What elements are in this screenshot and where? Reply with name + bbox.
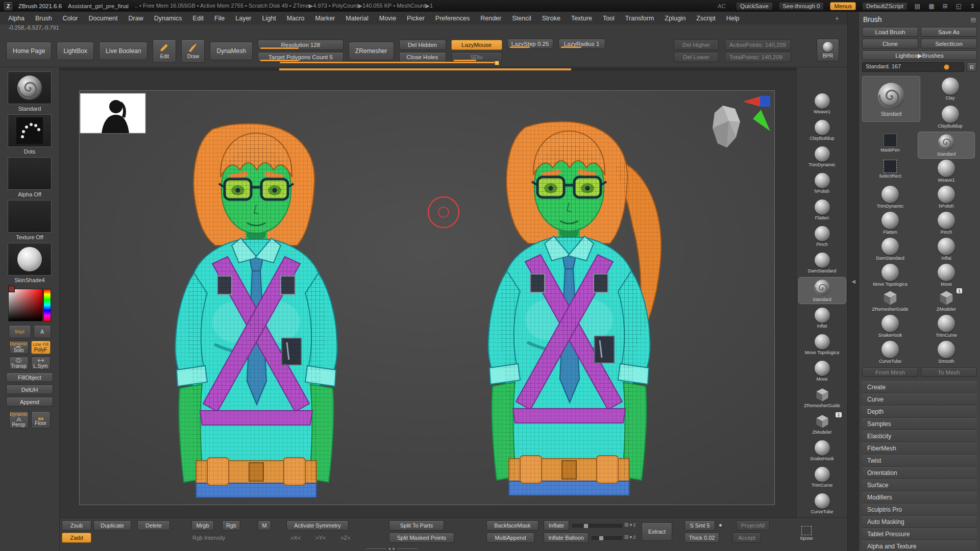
grid-brush-claybuildup[interactable]: ClayBuildup	[924, 104, 977, 130]
grid-brush-standard-selected[interactable]: Standard	[918, 132, 974, 158]
sdiv-track-bar[interactable]	[280, 62, 496, 63]
grid-brush-curvetube[interactable]: CurveTube	[862, 339, 918, 365]
to-mesh-button[interactable]: To Mesh	[921, 367, 977, 377]
floor-grid-button[interactable]: Floor	[31, 411, 51, 429]
split-to-parts-button[interactable]: Split To Parts	[389, 520, 444, 531]
strip-brush-curvetube[interactable]: CurveTube	[799, 492, 846, 516]
document-viewport[interactable]	[79, 90, 775, 505]
model-three-quarter-view[interactable]	[488, 121, 661, 495]
section-elasticity[interactable]: Elasticity	[862, 430, 977, 442]
target-polygons-slider[interactable]: Target Polygons Count 5	[258, 52, 344, 62]
perspective-button[interactable]: Dynamic Persp	[9, 411, 29, 429]
menu-brush[interactable]: Brush	[35, 15, 52, 22]
menu-material[interactable]: Material	[346, 15, 368, 22]
color-picker[interactable]	[8, 286, 51, 322]
menu-marker[interactable]: Marker	[315, 15, 335, 22]
grid-brush-damstandard[interactable]: DamStandard	[862, 236, 918, 262]
menu-zplugin[interactable]: Zplugin	[665, 15, 685, 22]
grid-brush-weave1[interactable]: Weave1	[918, 158, 974, 184]
grid-brush-selectrect[interactable]: SelectRect	[862, 158, 918, 184]
del-higher-button[interactable]: Del Higher	[674, 40, 719, 50]
section-auto-masking[interactable]: Auto Masking	[862, 516, 977, 528]
grid-brush-flatten[interactable]: Flatten	[862, 210, 918, 236]
menu-render[interactable]: Render	[480, 15, 501, 22]
grid-brush-move[interactable]: Move	[918, 262, 974, 288]
zremesher-button[interactable]: ZRemesher	[349, 42, 394, 60]
current-stroke-thumbnail[interactable]	[8, 114, 52, 147]
grid-brush-smooth[interactable]: Smooth	[918, 339, 974, 365]
slider-handle[interactable]	[944, 64, 949, 70]
grid-brush-move-topological[interactable]: Move Topologica	[862, 262, 918, 288]
menu-macro[interactable]: Macro	[287, 15, 305, 22]
alpha-a-button[interactable]: A	[34, 325, 51, 338]
accept-button[interactable]: Accept	[732, 533, 761, 543]
grid-brush-snakehook[interactable]: SnakeHook	[862, 313, 918, 339]
inflate-balloon-slider-track[interactable]	[592, 536, 622, 540]
panel-menu-icon[interactable]: ▤	[971, 16, 976, 23]
from-mesh-button[interactable]: From Mesh	[862, 367, 918, 377]
smooth-subdivision-slider[interactable]: S Smt 5	[684, 520, 715, 531]
select-icon-button[interactable]: SelectIcon	[921, 39, 977, 48]
menu-file[interactable]: File	[214, 15, 225, 22]
strip-brush-zremesherguide[interactable]: ZRemesherGuide	[799, 386, 846, 410]
inflate-axis-icons[interactable]: ⊞▾z	[624, 522, 636, 528]
strip-brush-damstandard[interactable]: DamStandard	[799, 251, 846, 275]
menu-dynamics[interactable]: Dynamics	[154, 15, 182, 22]
draw-mode-button[interactable]: Draw	[181, 39, 205, 63]
strip-brush-flatten[interactable]: Flatten	[799, 198, 846, 222]
undo-history-bar[interactable]	[279, 68, 571, 70]
activate-symmetry-button[interactable]: Activate Symmetry	[286, 520, 349, 531]
symmetry-y-button[interactable]: >Y<	[315, 535, 326, 541]
del-hidden-button[interactable]: Del Hidden	[399, 40, 446, 50]
strip-brush-move-topological[interactable]: Move Topologica	[799, 333, 846, 357]
model-front-view[interactable]	[175, 123, 337, 497]
inflate-slider-track[interactable]	[572, 524, 622, 528]
solo-dynamic-button[interactable]: Dynamic Solo	[9, 341, 29, 354]
inflate-balloon-slider-handle[interactable]	[599, 536, 604, 541]
default-zscript-button[interactable]: DefaultZScript	[862, 2, 908, 10]
current-color-swatch[interactable]	[8, 286, 15, 292]
menu-light[interactable]: Light	[262, 15, 276, 22]
grid-brush-zremesherguide[interactable]: ZRemesherGuide	[862, 288, 918, 313]
window-icon-5[interactable]: ⇕	[969, 3, 976, 10]
transp-button[interactable]: Transp	[9, 357, 29, 370]
menu-zscript[interactable]: Zscript	[696, 15, 716, 22]
dynamesh-button[interactable]: DynaMesh	[210, 42, 252, 60]
project-all-button[interactable]: ProjectAll	[736, 520, 770, 531]
section-modifiers[interactable]: Modifiers	[862, 491, 977, 504]
strip-brush-claybuildup[interactable]: ClayBuildup	[799, 118, 846, 142]
del-uh-button[interactable]: DelUH	[6, 385, 53, 394]
current-brush-cell[interactable]: Standard	[862, 76, 920, 122]
rgb-button[interactable]: Rgb	[222, 520, 240, 531]
thickness-slider[interactable]: Thick 0.02	[684, 533, 719, 543]
lazystep-slider[interactable]: LazyStep 0.25	[507, 39, 553, 49]
grid-brush-zmodeler[interactable]: 1 ZModeler	[918, 288, 974, 313]
zsub-button[interactable]: Zsub	[62, 520, 91, 531]
section-surface[interactable]: Surface	[862, 479, 977, 491]
inflate-slider-handle[interactable]	[583, 523, 589, 529]
section-curve[interactable]: Curve	[862, 393, 977, 406]
duplicate-button[interactable]: Duplicate	[93, 520, 131, 531]
clone-button[interactable]: Clone	[862, 39, 918, 48]
section-fibermesh[interactable]: FiberMesh	[862, 442, 977, 455]
menu-config-icon[interactable]: +	[835, 14, 839, 22]
menu-stroke[interactable]: Stroke	[542, 15, 560, 22]
del-lower-button[interactable]: Del Lower	[674, 52, 719, 62]
grid-brush-pinch[interactable]: Pinch	[918, 210, 974, 236]
local-symmetry-button[interactable]: L.Sym	[31, 357, 51, 370]
quicksave-button[interactable]: QuickSave	[736, 2, 773, 10]
lazymouse-button[interactable]: LazyMouse	[451, 40, 502, 50]
section-sculptris-pro[interactable]: Sculptris Pro	[862, 504, 977, 516]
menu-draw[interactable]: Draw	[129, 15, 143, 22]
grid-brush-maskpen[interactable]: MaskPen	[862, 132, 918, 158]
strip-brush-pinch[interactable]: Pinch	[799, 224, 846, 248]
menu-document[interactable]: Document	[89, 15, 118, 22]
canvas-hscroll-handle[interactable]: ———— ◂ ▸ ————	[366, 546, 418, 551]
current-texture-thumbnail[interactable]	[8, 200, 52, 233]
section-twist[interactable]: Twist	[862, 455, 977, 467]
current-alpha-thumbnail[interactable]	[8, 157, 52, 190]
section-samples[interactable]: Samples	[862, 418, 977, 430]
inflate-balloon-slider-label[interactable]: Inflate Balloon	[544, 533, 589, 543]
menu-tool[interactable]: Tool	[603, 15, 615, 22]
edit-mode-button[interactable]: Edit	[153, 39, 176, 63]
